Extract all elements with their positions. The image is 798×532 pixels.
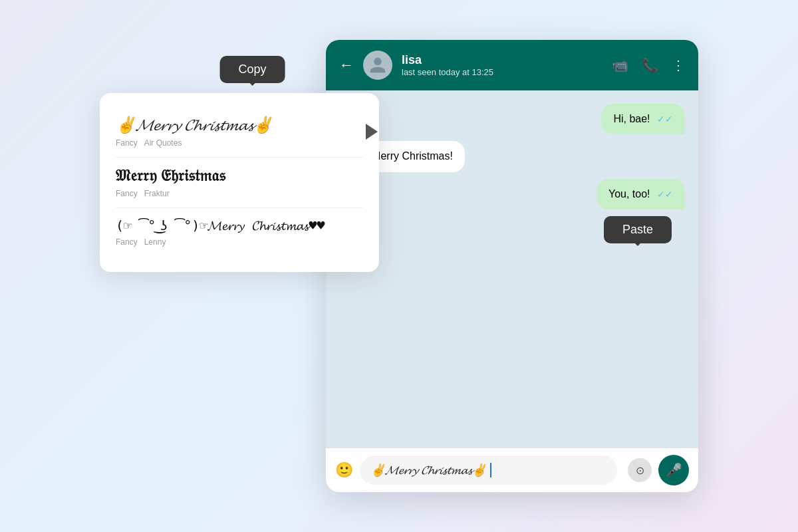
text-cursor (490, 463, 491, 477)
tag-air-quotes: Air Quotes (144, 138, 182, 148)
video-call-icon[interactable]: 📹 (612, 57, 628, 73)
fancy-text-air-quotes: ✌️𝓜𝓮𝓻𝓻𝔂 𝓒𝓱𝓻𝓲𝓼𝓽𝓶𝓪𝓼✌️ (116, 116, 363, 134)
chat-header: ← lisa last seen today at 13:25 📹 📞 ⋮ (326, 40, 698, 90)
lenny-tags: Fancy Lenny (116, 237, 363, 247)
fancy-item-air-quotes[interactable]: ✌️𝓜𝓮𝓻𝓻𝔂 𝓒𝓱𝓻𝓲𝓼𝓽𝓶𝓪𝓼✌️ Fancy Air Quotes (116, 106, 363, 158)
phone-icon[interactable]: 📞 (642, 57, 658, 73)
header-icons: 📹 📞 ⋮ (612, 57, 685, 73)
avatar (363, 51, 392, 80)
camera-icon: ⊙ (636, 464, 644, 477)
input-text-value: ✌️𝓜𝓮𝓻𝓻𝔂 𝓒𝓱𝓻𝓲𝓼𝓽𝓶𝓪𝓼✌️ (370, 463, 486, 477)
message-you-too: You, too! ✓✓ (597, 179, 685, 209)
back-arrow-icon[interactable]: ← (339, 57, 354, 74)
msg-text-you-too: You, too! (608, 188, 650, 200)
scene: Copy ✌️𝓜𝓮𝓻𝓻𝔂 𝓒𝓱𝓻𝓲𝓼𝓽𝓶𝓪𝓼✌️ Fancy Air Quote… (100, 40, 698, 492)
contact-name: lisa (402, 53, 602, 68)
emoji-button[interactable]: 🙂 (335, 462, 353, 479)
message-hi-bae: Hi, bae! ✓✓ (601, 104, 685, 134)
fancy-item-lenny[interactable]: (☞ ͡° ͜ʖ ͡°)☞𝓜𝓮𝓻𝓻𝔂 𝓒𝓱𝓻𝓲𝓼𝓽𝓶𝓪𝓼♥♥ Fancy Len… (116, 208, 363, 256)
chat-input-bar: 🙂 ✌️𝓜𝓮𝓻𝓻𝔂 𝓒𝓱𝓻𝓲𝓼𝓽𝓶𝓪𝓼✌️ ⊙ 🎤 (326, 448, 698, 492)
fancy-text-lenny: (☞ ͡° ͜ʖ ͡°)☞𝓜𝓮𝓻𝓻𝔂 𝓒𝓱𝓻𝓲𝓼𝓽𝓶𝓪𝓼♥♥ (116, 217, 363, 233)
fraktur-tags: Fancy Fraktur (116, 189, 363, 198)
fancy-item-fraktur[interactable]: 𝔐𝔢𝔯𝔯𝔶 𝔈𝔥𝔯𝔦𝔰𝔱𝔪𝔞𝔰 Fancy Fraktur (116, 158, 363, 208)
tag-fancy-2: Fancy (116, 189, 138, 198)
double-check-icon-1: ✓✓ (657, 114, 673, 124)
fancy-text-panel: Copy ✌️𝓜𝓮𝓻𝓻𝔂 𝓒𝓱𝓻𝓲𝓼𝓽𝓶𝓪𝓼✌️ Fancy Air Quote… (100, 93, 379, 272)
double-check-icon-2: ✓✓ (657, 189, 673, 200)
contact-info: lisa last seen today at 13:25 (402, 53, 602, 78)
contact-status: last seen today at 13:25 (402, 67, 602, 77)
paste-tooltip[interactable]: Paste (604, 216, 672, 243)
fancy-text-fraktur: 𝔐𝔢𝔯𝔯𝔶 𝔈𝔥𝔯𝔦𝔰𝔱𝔪𝔞𝔰 (116, 167, 363, 185)
selected-arrow-icon (366, 124, 378, 140)
chat-body: Hi, bae! ✓✓ Hi，Merry Christmas! You, too… (326, 90, 698, 448)
more-options-icon[interactable]: ⋮ (672, 57, 685, 73)
tag-fancy-1: Fancy (116, 138, 138, 148)
copy-tooltip: Copy (220, 56, 285, 83)
mic-icon: 🎤 (666, 462, 682, 478)
tag-lenny: Lenny (144, 237, 166, 247)
chat-panel: ← lisa last seen today at 13:25 📹 📞 ⋮ Hi… (326, 40, 698, 492)
tag-fraktur: Fraktur (144, 189, 170, 198)
msg-text-hi-bae: Hi, bae! (613, 113, 650, 124)
paste-tooltip-wrap: Paste (604, 216, 672, 243)
mic-button[interactable]: 🎤 (658, 455, 689, 485)
air-quotes-tags: Fancy Air Quotes (116, 138, 363, 148)
camera-button[interactable]: ⊙ (628, 458, 652, 482)
message-input-field[interactable]: ✌️𝓜𝓮𝓻𝓻𝔂 𝓒𝓱𝓻𝓲𝓼𝓽𝓶𝓪𝓼✌️ (360, 456, 617, 485)
tag-fancy-3: Fancy (116, 237, 138, 247)
